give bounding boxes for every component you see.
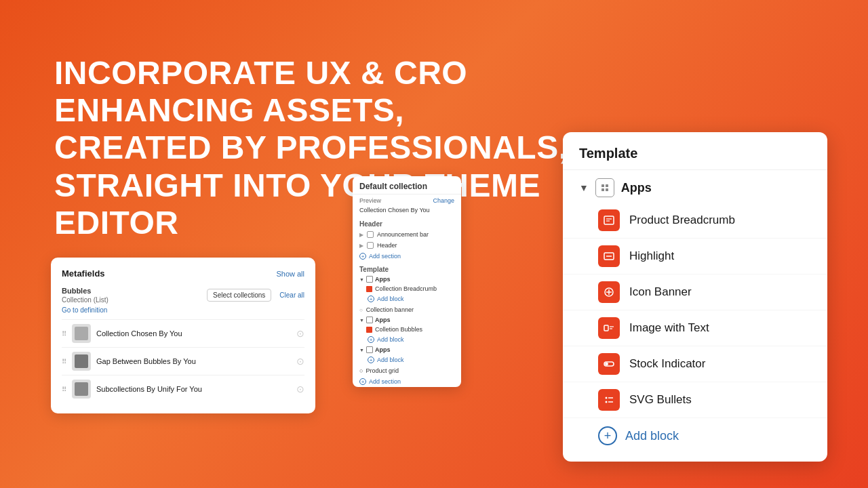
svg-rect-12 — [605, 363, 608, 365]
more-options-icon[interactable]: ⊙ — [296, 384, 304, 394]
list-item[interactable]: Stock Indicator — [563, 346, 827, 382]
metafields-field-row: Bubbles Collection (List) Select collect… — [62, 287, 304, 304]
add-block-button-2[interactable]: + Add block — [353, 334, 461, 345]
select-collections-button[interactable]: Select collections — [207, 289, 271, 302]
section-icon — [367, 231, 374, 238]
collection-item-label: Subcollections By Unify For You — [96, 385, 291, 393]
svg-point-13 — [606, 397, 608, 399]
toggle-arrow-icon: ▼ — [359, 348, 364, 352]
collection-name: Collection Chosen By You — [353, 207, 461, 216]
list-item[interactable]: SVG Bullets — [563, 382, 827, 418]
apps-section-3[interactable]: ▼ Apps — [353, 345, 461, 354]
collection-item-label: Collection Chosen By You — [96, 329, 291, 338]
add-block-label: Add block — [625, 429, 679, 443]
header-item[interactable]: ▶ Header — [353, 240, 461, 251]
more-options-icon[interactable]: ⊙ — [296, 356, 304, 367]
add-block-button[interactable]: + Add block — [563, 418, 827, 448]
product-grid-label: Product grid — [366, 367, 399, 374]
header-section-label: Header — [353, 216, 461, 229]
theme-editor-title: Default collection — [353, 176, 461, 195]
collection-breadcrumb-item[interactable]: Collection Breadcrumb — [353, 284, 461, 293]
toggle-arrow-icon: ▼ — [359, 277, 364, 282]
field-type: Collection (List) — [62, 296, 108, 304]
add-block-label-3: Add block — [377, 357, 404, 363]
header-label: Header — [377, 242, 397, 249]
apps-grid-icon — [595, 178, 614, 197]
app-block-icon — [366, 327, 372, 333]
more-options-icon[interactable]: ⊙ — [296, 328, 304, 339]
drag-handle-icon[interactable]: ⠿ — [62, 330, 66, 338]
chevron-down-icon: ▼ — [579, 182, 589, 193]
circle-icon: ○ — [359, 367, 363, 374]
main-background: INCORPORATE UX & CRO ENHANCING ASSETS, C… — [0, 0, 868, 488]
item-label: SVG Bullets — [629, 393, 692, 407]
plus-icon: + — [368, 296, 374, 302]
drag-handle-icon[interactable]: ⠿ — [62, 358, 66, 365]
app-icon — [598, 245, 620, 267]
list-item[interactable]: Image with Text — [563, 310, 827, 346]
apps-section-1[interactable]: ▼ Apps — [353, 274, 461, 284]
headline-line2: CREATED BY PROFESSIONALS, — [54, 129, 583, 166]
template-panel-title: Template — [563, 146, 827, 170]
add-block-button-1[interactable]: + Add block — [353, 293, 461, 304]
field-label: Bubbles — [62, 287, 108, 295]
plus-icon: + — [368, 336, 374, 343]
list-item[interactable]: Highlight — [563, 239, 827, 274]
item-label: Icon Banner — [629, 285, 692, 299]
list-item[interactable]: Icon Banner — [563, 274, 827, 310]
apps-label-3: Apps — [375, 346, 391, 353]
add-section-bottom-button[interactable]: + Add section — [353, 376, 461, 387]
add-block-button-3[interactable]: + Add block — [353, 354, 461, 365]
plus-icon: + — [368, 357, 374, 363]
list-item[interactable]: Product Breadcrumb — [563, 203, 827, 239]
product-grid-item[interactable]: ○ Product grid — [353, 365, 461, 376]
app-icon — [598, 389, 620, 411]
toggle-arrow-icon: ▼ — [359, 318, 364, 323]
table-row: ⠿ Collection Chosen By You ⊙ — [62, 319, 304, 347]
change-button[interactable]: Change — [433, 197, 454, 204]
collection-thumbnail — [72, 352, 91, 371]
add-section-bottom-label: Add section — [369, 378, 401, 385]
app-block-icon — [366, 286, 372, 292]
clear-all-button[interactable]: Clear all — [279, 291, 304, 299]
announcement-bar-item[interactable]: ▶ Announcement bar — [353, 229, 461, 240]
collection-banner-item[interactable]: ○ Collection banner — [353, 304, 461, 315]
metafields-header: Metafields Show all — [62, 268, 304, 279]
apps-section-header[interactable]: ▼ Apps — [563, 170, 827, 203]
item-label: Image with Text — [629, 321, 709, 335]
drag-handle-icon[interactable]: ⠿ — [62, 386, 66, 393]
apps-section-label: Apps — [621, 181, 652, 195]
collection-bubbles-label: Colletion Bubbles — [375, 326, 422, 333]
plus-icon: + — [359, 378, 366, 385]
apps-grid-icon — [366, 317, 373, 323]
add-block-label-2: Add block — [377, 336, 404, 343]
app-icon — [598, 209, 620, 231]
plus-icon: + — [359, 253, 366, 260]
table-row: ⠿ Gap Between Bubbles By You ⊙ — [62, 347, 304, 375]
collection-breadcrumb-label: Collection Breadcrumb — [375, 285, 437, 292]
svg-rect-0 — [604, 216, 614, 224]
announcement-bar-label: Announcement bar — [377, 231, 429, 238]
apps-section-2[interactable]: ▼ Apps — [353, 315, 461, 325]
preview-row: Preview Change — [353, 195, 461, 207]
collection-bubbles-item[interactable]: Colletion Bubbles — [353, 325, 461, 334]
show-all-button[interactable]: Show all — [276, 270, 304, 278]
chevron-right-icon: ▶ — [359, 232, 363, 238]
apps-label-1: Apps — [375, 276, 391, 283]
headline: INCORPORATE UX & CRO ENHANCING ASSETS, C… — [54, 54, 583, 241]
add-section-button[interactable]: + Add section — [353, 251, 461, 262]
template-section-label: Template — [353, 262, 461, 274]
collection-thumbnail — [72, 380, 91, 399]
collection-thumbnail — [72, 324, 91, 343]
apps-grid-icon — [366, 276, 373, 283]
item-label: Product Breadcrumb — [629, 214, 735, 227]
table-row: ⠿ Subcollections By Unify For You ⊙ — [62, 375, 304, 403]
collection-banner-label: Collection banner — [366, 306, 414, 313]
apps-label-2: Apps — [375, 317, 391, 323]
add-section-label: Add section — [369, 253, 401, 260]
add-block-label-1: Add block — [377, 296, 404, 302]
app-icon — [598, 317, 620, 339]
metafields-title: Metafields — [62, 268, 105, 279]
section-icon — [367, 242, 374, 249]
go-to-definition-link[interactable]: Go to definition — [62, 306, 304, 314]
